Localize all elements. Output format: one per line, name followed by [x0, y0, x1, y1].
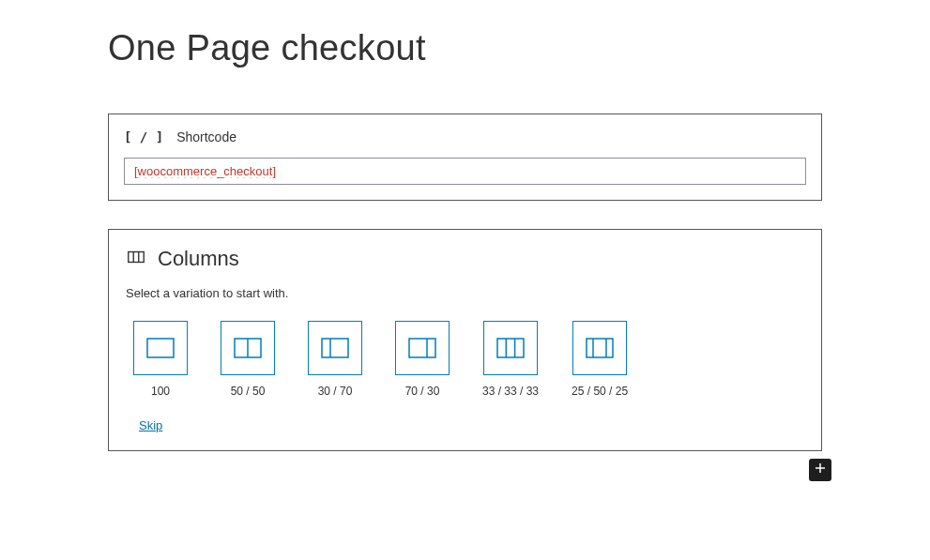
shortcode-block-header: [ / ] Shortcode — [124, 129, 806, 144]
svg-rect-10 — [497, 339, 524, 357]
variation-33-33-33[interactable]: 33 / 33 / 33 — [482, 321, 539, 398]
variation-label: 30 / 70 — [318, 385, 353, 398]
plus-icon — [813, 461, 828, 479]
variation-100[interactable]: 100 — [133, 321, 188, 398]
svg-rect-13 — [587, 339, 613, 357]
columns-block: Columns Select a variation to start with… — [108, 229, 822, 451]
variation-label: 50 / 50 — [231, 385, 266, 398]
svg-rect-6 — [322, 339, 348, 357]
variation-label: 33 / 33 / 33 — [482, 385, 539, 398]
add-block-button[interactable] — [809, 459, 831, 481]
shortcode-block: [ / ] Shortcode — [108, 114, 822, 201]
svg-rect-3 — [147, 339, 174, 357]
variation-30-70[interactable]: 30 / 70 — [308, 321, 362, 398]
page-title: One Page checkout — [108, 28, 822, 68]
shortcode-icon: [ / ] — [124, 129, 163, 144]
svg-rect-8 — [409, 339, 435, 357]
variations-row: 100 50 / 50 30 / 70 — [126, 321, 804, 398]
columns-block-header: Columns — [126, 247, 804, 271]
variation-label: 70 / 30 — [405, 385, 440, 398]
variation-box-100 — [133, 321, 188, 375]
variation-70-30[interactable]: 70 / 30 — [395, 321, 450, 398]
shortcode-input[interactable] — [124, 158, 806, 185]
variation-box-50-50 — [221, 321, 275, 375]
variation-box-25-50-25 — [572, 321, 627, 375]
variation-25-50-25[interactable]: 25 / 50 / 25 — [572, 321, 628, 398]
variation-label: 100 — [151, 385, 170, 398]
columns-icon — [126, 247, 146, 271]
variation-label: 25 / 50 / 25 — [572, 385, 628, 398]
variation-box-30-70 — [308, 321, 362, 375]
variation-50-50[interactable]: 50 / 50 — [221, 321, 275, 398]
columns-title: Columns — [158, 247, 239, 271]
columns-description: Select a variation to start with. — [126, 286, 804, 300]
variation-box-70-30 — [395, 321, 450, 375]
shortcode-label: Shortcode — [176, 129, 236, 144]
variation-box-33-33-33 — [483, 321, 538, 375]
skip-link[interactable]: Skip — [126, 418, 162, 432]
svg-rect-0 — [129, 252, 145, 263]
